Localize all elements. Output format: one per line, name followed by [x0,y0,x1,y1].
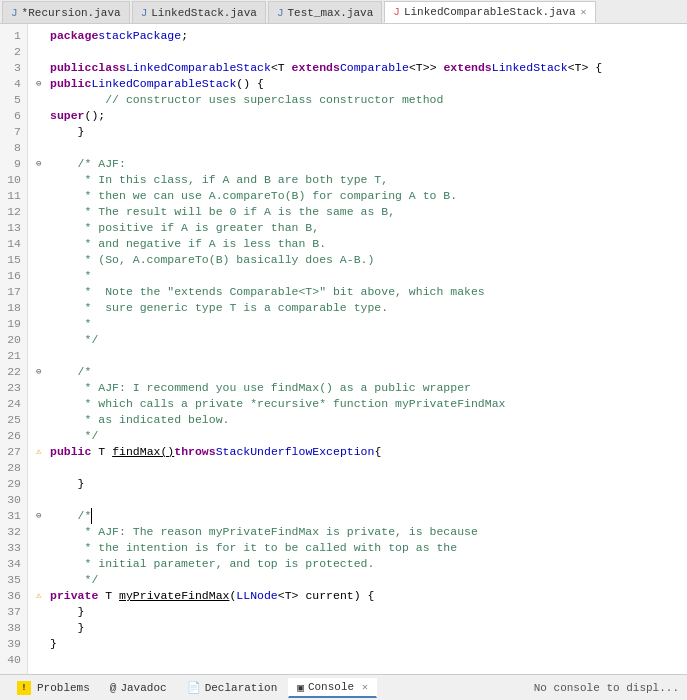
fold-icon-9[interactable]: ⊖ [36,156,50,172]
tab-label-linkedcomparable: LinkedComparableStack.java [404,6,576,18]
code-line-5: // constructor uses superclass construct… [36,92,679,108]
line-num-29: 29 [4,476,21,492]
bottom-tab-problems[interactable]: ! Problems [8,678,99,698]
javadoc-icon: @ [110,682,117,694]
bottom-tab-label-console: Console [308,681,354,693]
code-line-9: ⊖ /* AJF: [36,156,679,172]
bottom-tab-label-declaration: Declaration [205,682,278,694]
code-line-22: ⊖ /* [36,364,679,380]
code-line-13: * positive if A is greater than B, [36,220,679,236]
java-icon-linkedstack: J [141,7,148,19]
line-num-16: 16 [4,268,21,284]
code-line-20: */ [36,332,679,348]
line-num-33: 33 [4,540,21,556]
code-line-2 [36,44,679,60]
warning-fold-36[interactable]: ⚠ [36,588,50,604]
warning-icon: ! [17,681,31,695]
line-num-19: 19 [4,316,21,332]
tab-test-max[interactable]: J Test_max.java [268,1,382,23]
line-num-21: 21 [4,348,21,364]
tab-bar: J *Recursion.java J LinkedStack.java J T… [0,0,687,24]
code-line-33: * the intention is for it to be called w… [36,540,679,556]
code-line-23: * AJF: I recommend you use findMax() as … [36,380,679,396]
line-num-35: 35 [4,572,21,588]
line-num-5: 5 [4,92,21,108]
code-line-31: ⊖ /* [36,508,679,524]
tab-linkedcomparablestack[interactable]: J LinkedComparableStack.java ✕ [384,1,595,23]
code-line-25: * as indicated below. [36,412,679,428]
line-num-34: 34 [4,556,21,572]
bottom-tab-console[interactable]: ▣ Console ✕ [288,678,377,698]
close-icon-linkedcomparable[interactable]: ✕ [581,6,587,18]
tab-label-linkedstack: LinkedStack.java [151,7,257,19]
line-num-18: 18 [4,300,21,316]
line-num-3: 3 [4,60,21,76]
code-line-15: * (So, A.compareTo(B) basically does A-B… [36,252,679,268]
code-line-39: } [36,636,679,652]
java-icon-testmax: J [277,7,284,19]
bottom-bar: ! Problems @ Javadoc 📄 Declaration ▣ Con… [0,674,687,700]
code-line-24: * which calls a private *recursive* func… [36,396,679,412]
code-line-1: package stackPackage; [36,28,679,44]
line-num-40: 40 [4,652,21,668]
warning-fold-27[interactable]: ⚠ [36,444,50,460]
line-num-36: 36 [4,588,21,604]
line-num-13: 13 [4,220,21,236]
code-line-19: * [36,316,679,332]
close-icon-console[interactable]: ✕ [362,681,368,693]
console-icon: ▣ [297,681,304,694]
line-num-38: 38 [4,620,21,636]
tab-linkedstack[interactable]: J LinkedStack.java [132,1,266,23]
code-line-37: } [36,604,679,620]
java-icon-linkedcomparable: J [393,6,400,18]
code-line-27: ⚠ public T findMax() throws StackUnderfl… [36,444,679,460]
tab-recursion[interactable]: J *Recursion.java [2,1,130,23]
fold-icon-4[interactable]: ⊖ [36,76,50,92]
line-num-11: 11 [4,188,21,204]
code-line-35: */ [36,572,679,588]
code-line-29: } [36,476,679,492]
line-num-8: 8 [4,140,21,156]
code-line-10: * In this class, if A and B are both typ… [36,172,679,188]
tab-label-testmax: Test_max.java [287,7,373,19]
line-num-1: 1 [4,28,21,44]
line-num-10: 10 [4,172,21,188]
code-lines[interactable]: package stackPackage;public class Linked… [28,24,687,674]
code-line-6: super(); [36,108,679,124]
line-num-22: 22 [4,364,21,380]
code-line-18: * sure generic type T is a comparable ty… [36,300,679,316]
code-line-21 [36,348,679,364]
bottom-tab-declaration[interactable]: 📄 Declaration [178,678,287,697]
bottom-tab-javadoc[interactable]: @ Javadoc [101,679,176,697]
line-num-27: 27 [4,444,21,460]
code-line-26: */ [36,428,679,444]
code-line-40 [36,652,679,668]
line-num-26: 26 [4,428,21,444]
code-line-32: * AJF: The reason myPrivateFindMax is pr… [36,524,679,540]
fold-icon-22[interactable]: ⊖ [36,364,50,380]
code-line-8 [36,140,679,156]
code-line-3: public class LinkedComparableStack<T ext… [36,60,679,76]
code-line-38: } [36,620,679,636]
java-icon-recursion: J [11,7,18,19]
tab-label-recursion: *Recursion.java [22,7,121,19]
code-line-17: * Note the "extends Comparable<T>" bit a… [36,284,679,300]
line-num-4: 4 [4,76,21,92]
line-num-39: 39 [4,636,21,652]
line-num-23: 23 [4,380,21,396]
editor-area: 1234567891011121314151617181920212223242… [0,24,687,674]
bottom-tab-label-problems: Problems [37,682,90,694]
code-line-16: * [36,268,679,284]
line-num-7: 7 [4,124,21,140]
line-num-25: 25 [4,412,21,428]
line-numbers: 1234567891011121314151617181920212223242… [0,24,28,674]
code-line-11: * then we can use A.compareTo(B) for com… [36,188,679,204]
fold-icon-31[interactable]: ⊖ [36,508,50,524]
line-num-15: 15 [4,252,21,268]
code-line-28 [36,460,679,476]
code-line-34: * initial parameter, and top is protecte… [36,556,679,572]
code-line-7: } [36,124,679,140]
line-num-20: 20 [4,332,21,348]
line-num-28: 28 [4,460,21,476]
code-line-36: ⚠ private T myPrivateFindMax(LLNode<T> c… [36,588,679,604]
